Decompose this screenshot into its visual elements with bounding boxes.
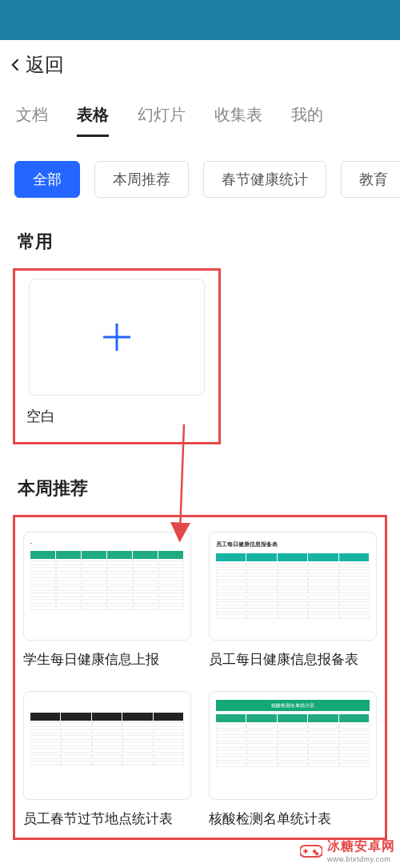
- tab-sheet[interactable]: 表格: [77, 104, 109, 137]
- tab-slide[interactable]: 幻灯片: [138, 104, 186, 137]
- filter-health[interactable]: 春节健康统计: [203, 161, 326, 198]
- template-card[interactable]: 员工春节过节地点统计表: [23, 691, 191, 828]
- template-name: 员工春节过节地点统计表: [23, 810, 191, 828]
- controller-icon: [300, 842, 322, 860]
- tabs: 文档 表格 幻灯片 收集表 我的: [0, 90, 400, 137]
- tab-doc[interactable]: 文档: [16, 104, 48, 137]
- back-button[interactable]: 返回: [0, 40, 400, 90]
- plus-icon: [100, 320, 134, 354]
- watermark: 冰糖安卓网 www.btxtdmy.com: [300, 838, 395, 863]
- blank-template-card[interactable]: [29, 279, 205, 396]
- annotation-weekly: · 学生每日健康信息上报 员工每日健康信息报备表: [13, 515, 387, 840]
- tab-mine[interactable]: 我的: [291, 104, 323, 137]
- status-bar: [0, 0, 400, 40]
- template-card[interactable]: 核酸检测名单统计表 核酸检测名单统计表: [209, 691, 377, 828]
- template-thumb: 员工每日健康信息报备表: [209, 532, 377, 641]
- template-card[interactable]: 员工每日健康信息报备表 员工每日健康信息报备表: [209, 532, 377, 669]
- template-name: 员工每日健康信息报备表: [209, 650, 377, 669]
- back-label: 返回: [26, 52, 64, 78]
- section-weekly-title: 本周推荐: [0, 444, 400, 515]
- template-name: 核酸检测名单统计表: [209, 810, 377, 828]
- filter-all[interactable]: 全部: [14, 161, 80, 198]
- filter-edu[interactable]: 教育: [341, 161, 400, 198]
- template-thumb: ·: [23, 532, 191, 641]
- template-thumb: [23, 691, 191, 800]
- annotation-frequent: 空白: [13, 268, 221, 444]
- filter-row: 全部 本周推荐 春节健康统计 教育: [0, 137, 400, 198]
- blank-template-label: 空白: [20, 407, 214, 426]
- filter-weekly[interactable]: 本周推荐: [94, 161, 189, 198]
- tab-form[interactable]: 收集表: [214, 104, 262, 137]
- template-name: 学生每日健康信息上报: [23, 650, 191, 669]
- template-thumb: 核酸检测名单统计表: [209, 691, 377, 800]
- template-card[interactable]: · 学生每日健康信息上报: [23, 532, 191, 669]
- chevron-left-icon: [8, 54, 24, 75]
- section-frequent-title: 常用: [0, 198, 400, 268]
